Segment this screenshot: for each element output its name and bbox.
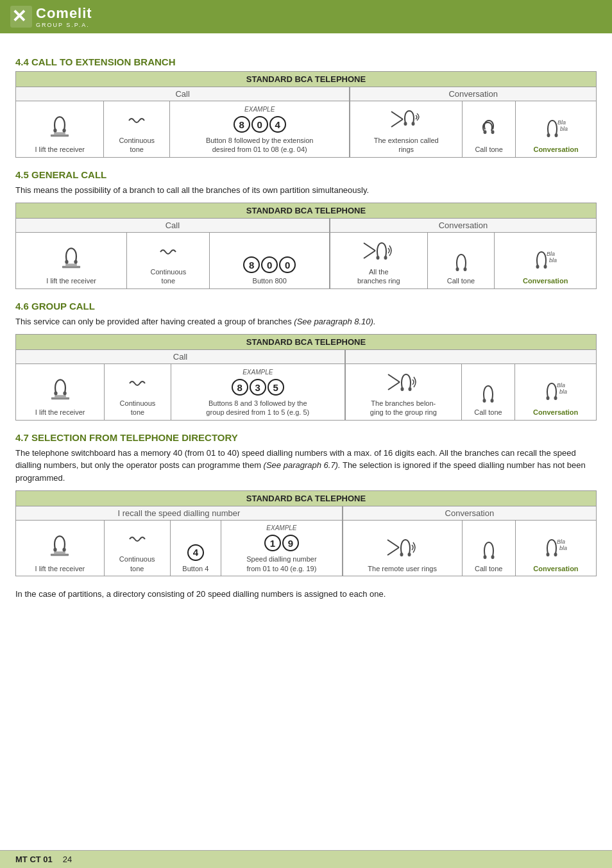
branches-ring-label-4.6: The branches belon-ging to the group rin… — [370, 399, 437, 417]
table-4.5: STANDARD BCA TELEPHONE Call Conversation… — [15, 203, 597, 289]
svg-point-26 — [536, 265, 540, 269]
svg-rect-17 — [65, 264, 77, 267]
table-4.4-title: STANDARD BCA TELEPHONE — [16, 72, 597, 87]
continuous-tone-icon-4.5 — [155, 239, 181, 265]
call-tone-icon-4.4 — [476, 117, 502, 142]
cell-call-tone-4.7: Call tone — [462, 521, 515, 576]
lift-receiver-icon — [48, 114, 71, 142]
svg-point-10 — [484, 130, 487, 134]
conversation-label-4.5: Conversation — [523, 276, 568, 285]
cell-continuous-tone-4.4: Continuoustone — [104, 101, 170, 158]
svg-text:Bla: Bla — [557, 538, 565, 545]
svg-text:Bla: Bla — [557, 382, 565, 388]
section-4.7-title: 4.7 Selection from telephone directory — [15, 432, 597, 443]
svg-point-18 — [65, 260, 68, 264]
remote-user-rings-label-4.7: The remote user rings — [368, 564, 437, 573]
svg-point-38 — [483, 399, 486, 403]
cell-conversation-4.5: Bla bla Conversation — [495, 233, 597, 289]
cell-lift-receiver-4.5: I lift the receiver — [16, 233, 127, 289]
svg-point-23 — [384, 256, 387, 260]
lift-receiver-icon-4.6 — [49, 377, 72, 405]
svg-text:bla: bla — [560, 126, 568, 132]
key-3-4.6: 3 — [250, 379, 266, 396]
cell-lift-receiver-4.4: I lift the receiver — [16, 101, 104, 158]
cell-call-tone-4.5: Call tone — [427, 233, 495, 289]
key-0: 0 — [251, 116, 268, 133]
logo-subtext: GROUP S.P.A. — [36, 22, 92, 28]
svg-line-48 — [387, 540, 399, 547]
svg-point-4 — [54, 129, 57, 133]
cell-keypad-804-4.4: EXAMPLE 8 0 4 Button 8 followed by the e… — [170, 101, 350, 158]
cell-keypad-835-4.6: EXAMPLE 8 3 5 Buttons 8 and 3 followed b… — [171, 364, 345, 421]
continuous-tone-icon-4.6 — [124, 371, 150, 396]
table-4.7: STANDARD BCA TELEPHONE I recall the spee… — [15, 490, 597, 576]
call-tone-icon-4.6 — [475, 380, 501, 405]
logo-area: ✕ Comelit GROUP S.P.A. — [10, 5, 92, 28]
continuous-tone-icon-4.7 — [124, 526, 150, 552]
table-4.7-title: STANDARD BCA TELEPHONE — [16, 491, 597, 506]
key-4: 4 — [269, 116, 286, 133]
section-4.4-title: 4.4 Call to extension branch — [15, 56, 597, 67]
svg-point-25 — [463, 267, 466, 271]
svg-point-22 — [376, 256, 379, 260]
cell-conversation-4.4: Bla bla Conversation — [516, 101, 597, 158]
key-0a-4.5: 0 — [261, 256, 278, 273]
key-9-4.7: 9 — [282, 535, 299, 551]
svg-text:bla: bla — [549, 257, 557, 263]
col-group-conv-4.4: Conversation — [350, 87, 596, 101]
svg-line-20 — [364, 243, 375, 251]
extension-rings-label-4.4: The extension calledrings — [374, 136, 439, 154]
cell-keypad-800-4.5: 8 0 0 Button 800 — [210, 233, 330, 289]
lift-receiver-icon-4.5 — [60, 246, 83, 274]
key-8-4.6: 8 — [232, 379, 248, 396]
svg-point-9 — [411, 122, 414, 126]
example-label-4.4: EXAMPLE — [244, 106, 275, 113]
svg-text:✕: ✕ — [12, 6, 26, 26]
table-4.6-title: STANDARD BCA TELEPHONE — [16, 335, 597, 350]
svg-line-35 — [388, 382, 400, 390]
lift-receiver-label-4.4: I lift the receiver — [35, 145, 85, 154]
cell-lift-receiver-4.7: I lift the receiver — [16, 521, 105, 576]
call-tone-label-4.5: Call tone — [447, 276, 475, 285]
svg-point-54 — [547, 553, 550, 556]
key-4-4.7: 4 — [187, 544, 204, 561]
svg-point-50 — [400, 553, 403, 556]
continuous-tone-label-4.4: Continuoustone — [119, 136, 155, 154]
keypad-label-4.5: Button 800 — [253, 276, 287, 285]
conversation-icon-4.6: Bla bla — [539, 377, 572, 405]
continuous-tone-label-4.7: Continuoustone — [119, 555, 155, 573]
svg-line-49 — [387, 547, 399, 555]
key-0b-4.5: 0 — [279, 256, 296, 273]
all-branches-label-4.5: All thebranches ring — [357, 267, 400, 286]
lift-receiver-label-4.5: I lift the receiver — [46, 276, 96, 285]
keypad-label-4.6: Buttons 8 and 3 followed by thegroup des… — [206, 399, 309, 417]
key-5-4.6: 5 — [268, 379, 284, 396]
svg-line-7 — [391, 119, 403, 127]
call-tone-label-4.4: Call tone — [475, 145, 502, 154]
section-4.6-desc: This service can only be provided after … — [15, 315, 597, 328]
col-group-call-4.5: Call — [16, 219, 330, 233]
cell-continuous-tone-4.5: Continuoustone — [127, 233, 210, 289]
conversation-label-4.4: Conversation — [533, 145, 578, 154]
svg-point-53 — [491, 555, 494, 559]
col-group-conv-4.7: Conversation — [343, 506, 597, 521]
col-group-conv-4.6 — [345, 350, 597, 364]
svg-point-40 — [547, 396, 550, 400]
call-tone-label-4.7: Call tone — [475, 564, 502, 573]
key-8-4.5: 8 — [243, 256, 260, 273]
doc-code: MT CT 01 — [15, 855, 53, 864]
svg-rect-3 — [54, 132, 65, 135]
lift-receiver-label-4.6: I lift the receiver — [35, 408, 85, 417]
svg-line-21 — [364, 251, 375, 258]
svg-point-24 — [455, 267, 459, 271]
svg-point-33 — [63, 392, 66, 396]
svg-point-5 — [63, 129, 66, 133]
svg-point-36 — [401, 387, 404, 391]
call-tone-icon-4.7 — [476, 536, 502, 562]
svg-point-46 — [54, 547, 57, 551]
call-tone-label-4.6: Call tone — [474, 408, 502, 417]
svg-rect-45 — [55, 551, 66, 554]
conversation-icon-4.5: Bla bla — [529, 246, 562, 274]
conversation-label-4.7: Conversation — [533, 564, 578, 573]
svg-point-52 — [483, 555, 486, 559]
